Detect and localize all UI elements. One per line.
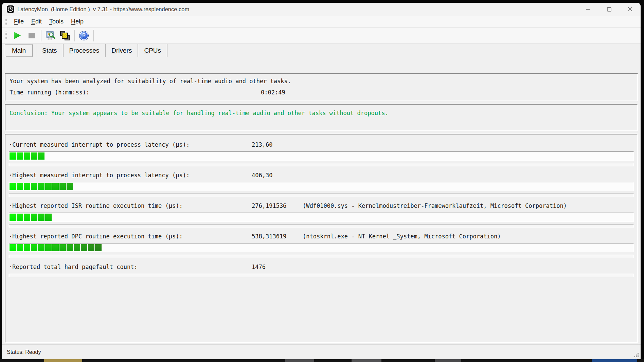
metric-baseline-bar — [9, 163, 634, 166]
metric-baseline-bar — [9, 274, 634, 277]
time-running-value: 0:02:49 — [261, 87, 285, 98]
analyze-monitor-icon — [46, 31, 56, 41]
latency-bar-segment — [67, 183, 73, 190]
metric-label: ·Current measured interrupt to process l… — [9, 140, 252, 149]
status-bar: Status: Ready — [2, 344, 641, 359]
metric-current-latency: ·Current measured interrupt to process l… — [9, 136, 634, 166]
latency-bar-segment — [38, 214, 44, 221]
latency-bar-segment — [88, 244, 94, 251]
report-button[interactable] — [58, 29, 72, 42]
taskbar-app-fragment — [285, 359, 314, 362]
latency-bar-segment — [67, 244, 73, 251]
latencymon-window: LatencyMon (Home Edition ) v 7.31 - http… — [2, 3, 641, 359]
metric-value: 538,313619 — [252, 232, 303, 241]
latency-bar-segment — [81, 244, 87, 251]
analysis-line: Your system has been analyzed for suitab… — [10, 76, 633, 87]
latency-bar-segment — [24, 214, 30, 221]
menu-help[interactable]: Help — [67, 17, 87, 26]
metric-info — [303, 171, 634, 180]
metric-info: (ntoskrnl.exe - NT Kernel _System, Micro… — [303, 232, 634, 241]
toolbar-separator — [74, 30, 75, 41]
latency-bar-segment — [24, 183, 30, 190]
taskbar-app-fragment — [592, 359, 637, 362]
minimize-button[interactable] — [577, 3, 598, 16]
latency-bar — [9, 243, 634, 252]
latency-bar-segment — [45, 214, 52, 221]
metric-info: (Wdf01000.sys - Kernelmodustreiber-Frame… — [303, 201, 634, 210]
latency-bar — [9, 151, 634, 161]
latency-bar-segment — [17, 152, 23, 160]
latency-bar-segment — [17, 214, 23, 221]
metric-pagefault-count: ·Reported total hard pagefault count: 14… — [9, 258, 634, 277]
metric-label: ·Highest reported ISR routine execution … — [9, 201, 252, 210]
start-monitor-button[interactable] — [10, 29, 24, 42]
close-button[interactable] — [620, 3, 641, 16]
taskbar-sliver — [0, 359, 644, 362]
latency-bar-segment — [59, 183, 66, 190]
metric-label: ·Highest reported DPC routine execution … — [9, 232, 252, 241]
toolbar-separator — [41, 30, 41, 41]
latency-bar-segment — [38, 152, 44, 160]
taskbar-app-fragment — [352, 359, 381, 362]
tab-processes[interactable]: Processes — [64, 44, 105, 57]
tab-main[interactable]: Main — [5, 44, 33, 57]
layers-icon — [60, 31, 70, 40]
taskbar-app-fragment — [435, 359, 461, 362]
latency-bar-segment — [95, 244, 102, 251]
menu-edit[interactable]: Edit — [28, 17, 46, 26]
tab-separator — [167, 44, 167, 57]
minimize-icon — [586, 7, 590, 12]
latency-bar-segment — [24, 152, 30, 160]
latency-bar-segment — [74, 244, 80, 251]
help-button[interactable]: ? — [77, 29, 91, 42]
title-bar: LatencyMon (Home Edition ) v 7.31 - http… — [2, 3, 641, 16]
latency-bar-segment — [45, 183, 52, 190]
metric-isr-time: ·Highest reported ISR routine execution … — [9, 197, 634, 228]
metric-highest-latency: ·Highest measured interrupt to process l… — [9, 166, 634, 197]
metric-label: ·Reported total hard pagefault count: — [9, 263, 252, 271]
latency-bar-segment — [52, 244, 59, 251]
tab-stats[interactable]: Stats — [36, 44, 62, 57]
play-icon — [14, 32, 21, 39]
status-text: Status: Ready — [7, 349, 41, 355]
menu-file[interactable]: File — [10, 17, 28, 26]
tab-drivers[interactable]: Drivers — [106, 44, 138, 57]
metric-value: 276,191536 — [252, 201, 303, 210]
menu-bar: File Edit Tools Help — [2, 16, 641, 28]
latency-bar-segment — [24, 244, 30, 251]
stop-monitor-button[interactable] — [24, 29, 39, 42]
maximize-button[interactable] — [598, 3, 620, 16]
taskbar-app-fragment — [44, 359, 82, 362]
metrics-box: ·Current measured interrupt to process l… — [5, 134, 638, 343]
latency-bar-segment — [17, 244, 23, 251]
maximize-icon — [607, 7, 611, 12]
metric-baseline-bar — [9, 255, 634, 258]
analyze-button[interactable] — [43, 29, 58, 42]
conclusion-box: Conclusion: Your system appears to be su… — [5, 104, 638, 131]
toolbar-separator — [93, 30, 94, 41]
metric-baseline-bar — [9, 224, 634, 228]
tab-bar: Main Stats Processes Drivers CPUs — [2, 43, 641, 58]
help-icon: ? — [79, 31, 89, 40]
latency-bar-segment — [31, 214, 37, 221]
latency-bar-segment — [31, 244, 37, 251]
menu-tools[interactable]: Tools — [46, 17, 67, 26]
latency-bar-segment — [38, 183, 44, 190]
metric-info — [303, 140, 634, 149]
metric-info — [303, 263, 634, 271]
app-icon — [7, 5, 14, 13]
conclusion-text: Conclusion: Your system appears to be su… — [10, 109, 633, 117]
toolbar-gripper — [5, 32, 7, 40]
latency-bar-segment — [59, 244, 66, 251]
metric-value: 1476 — [252, 263, 303, 271]
tool-bar: ? — [2, 28, 641, 43]
latency-bar-segment — [10, 183, 16, 190]
latency-bar — [9, 182, 634, 191]
latency-bar — [9, 213, 634, 222]
latency-bar-segment — [31, 152, 37, 160]
metric-label: ·Highest measured interrupt to process l… — [9, 171, 252, 180]
tab-cpus[interactable]: CPUs — [138, 44, 167, 57]
latency-bar-segment — [38, 244, 44, 251]
resize-grip-icon[interactable] — [634, 352, 639, 358]
stop-icon — [29, 33, 35, 38]
